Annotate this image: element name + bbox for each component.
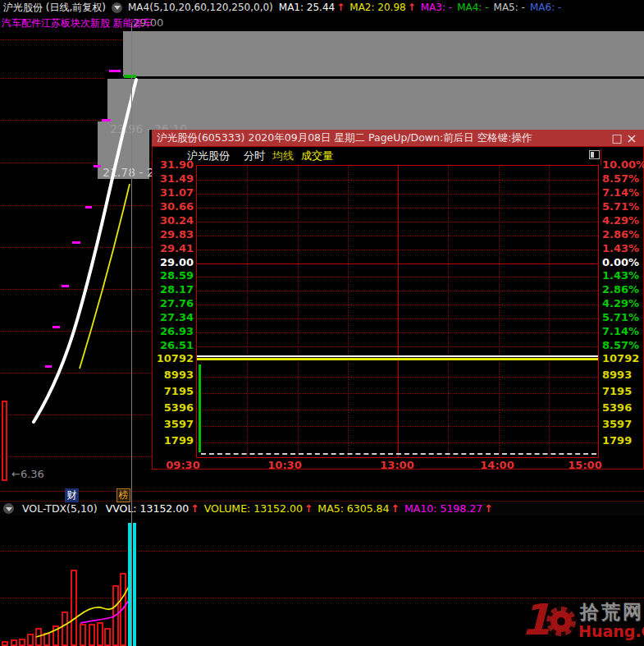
doji-candle: [94, 165, 101, 167]
volume-bar: [53, 625, 59, 646]
pct-axis-label: 5.71%: [602, 311, 644, 323]
doji-candle: [102, 119, 111, 121]
time-gridline: [298, 166, 299, 457]
tab-1[interactable]: 分时: [244, 149, 265, 163]
volume-bar-today: [133, 523, 136, 646]
volume-axis-label: 3597: [602, 418, 644, 430]
price-axis-label: 27.34: [154, 311, 194, 323]
crosshair-vertical-line: [131, 23, 132, 646]
price-axis-label: 28.17: [154, 283, 194, 296]
popup-titlebar[interactable]: 沪光股份(605333) 2020年09月08日 星期二 PageUp/Down…: [152, 130, 644, 146]
collapse-chevron-icon-vol[interactable]: [3, 503, 14, 514]
doji-candle: [109, 70, 121, 72]
time-axis-label: 15:00: [568, 459, 601, 471]
vol-values: VVOL: 13152.00↑VOLUME: 13152.00↑MA5: 630…: [106, 502, 498, 515]
price-axis-label: 29.83: [154, 228, 194, 241]
volume-bar: [71, 570, 77, 646]
avg-price-line: [197, 358, 598, 360]
volume-bar: [35, 628, 42, 646]
intraday-plot-area[interactable]: [196, 165, 599, 458]
popup-body: 沪光股份分时均线成交量 31.9031.4931.0730.6630.2429.…: [152, 146, 644, 470]
logo-cn-name: 拾荒网: [580, 599, 644, 625]
pct-axis-label: 2.86%: [602, 283, 644, 296]
time-gridline: [348, 166, 349, 457]
kline-candle-grey-2: [107, 79, 644, 130]
volume-bar: [62, 612, 68, 646]
pct-axis-label: 2.86%: [602, 228, 644, 241]
volume-axis-label: 5396: [154, 401, 194, 414]
price-axis-label: 29.00: [154, 256, 194, 268]
volume-bar: [19, 639, 25, 646]
vol-indicator-name: VOL-TDX(5,10): [22, 502, 98, 515]
volume-axis-label: 5396: [602, 401, 644, 414]
volume-axis-label: 8993: [602, 369, 644, 381]
volume-axis-label: 1799: [154, 434, 194, 447]
time-gridline: [448, 166, 449, 457]
tab-3[interactable]: 成交量: [301, 149, 333, 163]
badge-finance[interactable]: 财: [65, 488, 79, 502]
collapse-chevron-icon[interactable]: [112, 2, 122, 13]
scale-column-divider: [601, 149, 601, 165]
indicator-value: VVOL: 13152.00↑: [106, 502, 199, 515]
kline-candle-green: [124, 75, 136, 78]
time-axis-label: 14:00: [480, 459, 514, 471]
logo-brand: Huang.CN: [578, 622, 644, 640]
site-watermark-logo: 1 拾荒网 Huang.CN: [519, 598, 644, 646]
indicator-value: MA1: 25.44↑: [279, 2, 345, 13]
close-button[interactable]: ×: [624, 131, 639, 146]
pct-axis-label: 10.00%: [602, 158, 644, 171]
volume-bar: [11, 639, 17, 646]
volume-axis-label: 7195: [154, 385, 194, 397]
time-axis-label: 10:30: [267, 459, 301, 471]
volume-axis-label: 7195: [602, 385, 644, 397]
indicator-value: MA5: -: [494, 2, 525, 13]
doji-candle: [45, 365, 52, 368]
volume-bar: [97, 622, 103, 646]
concept-tags[interactable]: 汽车配件江苏板块次新股 新能源车: [2, 16, 153, 30]
intraday-popup-window: 沪光股份(605333) 2020年09月08日 星期二 PageUp/Down…: [152, 130, 644, 470]
midday-divider-line: [398, 166, 399, 457]
ma-params-label: MA4(5,10,20,60,120,250,0,0): [128, 2, 273, 13]
time-gridline: [549, 166, 550, 457]
panel-toggle-icon[interactable]: [589, 150, 600, 159]
doji-candle: [53, 326, 60, 328]
maximize-button[interactable]: □: [610, 131, 624, 144]
price-axis-label: 27.76: [154, 297, 194, 309]
volume-indicator-bar: VOL-TDX(5,10) VVOL: 13152.00↑VOLUME: 131…: [0, 501, 644, 515]
pct-axis-label: 4.29%: [602, 297, 644, 309]
kline-candle-grey-1: [123, 31, 644, 76]
time-axis-label: 13:00: [380, 459, 413, 471]
indicator-value: MA3: -: [421, 2, 452, 13]
main-indicator-bar: 沪光股份 (日线,前复权) MA4(5,10,20,60,120,250,0,0…: [0, 0, 644, 15]
volume-bar: [89, 624, 95, 646]
pct-axis-label: 1.43%: [602, 269, 644, 282]
time-gridline: [247, 166, 248, 457]
bg-gridline: [0, 551, 644, 552]
doji-candle: [62, 285, 69, 287]
price-line-limit-down: [197, 355, 598, 357]
left-price-marker: ←6.36: [11, 468, 44, 480]
pct-axis-label: 1.43%: [602, 242, 644, 254]
indicator-value: MA4: -: [457, 2, 488, 13]
pct-axis-label: 8.57%: [602, 172, 644, 185]
price-axis-label: 26.93: [154, 325, 194, 337]
pct-axis-label: 5.71%: [602, 200, 644, 213]
popup-tab-row: 沪光股份分时均线成交量: [187, 149, 333, 163]
first-kline-candle: [2, 401, 7, 481]
tab-2[interactable]: 均线: [272, 149, 294, 163]
popup-title-text: 沪光股份(605333) 2020年09月08日 星期二 PageUp/Down…: [157, 131, 610, 145]
price-axis-label: 31.90: [154, 158, 194, 171]
pct-axis-label: 8.57%: [602, 339, 644, 351]
badge-rank[interactable]: 榜: [116, 488, 130, 502]
price-axis-label: 26.51: [154, 339, 194, 351]
pct-axis-label: 0.00%: [602, 256, 644, 268]
indicator-value: MA6: -: [530, 2, 561, 13]
indicator-value: MA5: 6305.84↑: [317, 502, 400, 515]
volume-axis-label: 3597: [154, 418, 194, 430]
price-axis-label: 29.41: [154, 242, 194, 254]
volume-bar: [104, 628, 111, 646]
time-axis-label: 09:30: [166, 459, 199, 471]
volume-bar: [2, 641, 8, 646]
doji-candle: [85, 206, 92, 208]
indicator-value: MA2: 20.98↑: [349, 2, 415, 13]
